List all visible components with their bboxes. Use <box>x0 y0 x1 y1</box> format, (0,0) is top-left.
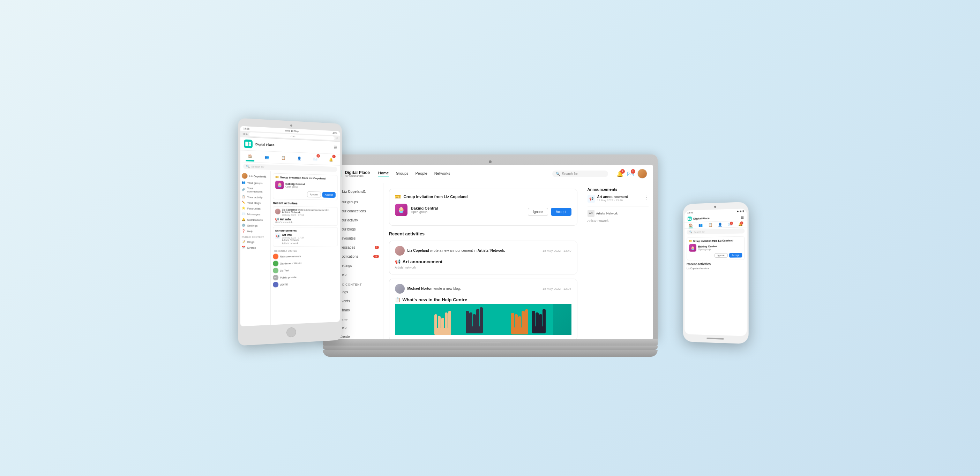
laptop-ann-more-button[interactable]: ⋮ <box>644 195 649 200</box>
tablet-activity-icon: 📋 <box>242 195 245 198</box>
phone-signal-icon: ▶ <box>737 209 738 213</box>
tablet-nav-profile[interactable]: 👤 <box>295 154 304 162</box>
laptop-nav-people[interactable]: People <box>415 171 427 176</box>
tablet-activity-avatar <box>275 208 280 214</box>
tablet-content: Liz Copeland1 👥 Your groups 🔗 Your conne… <box>240 170 339 326</box>
laptop-activity-2-time: 18 May 2022 - 12:06 <box>542 287 571 290</box>
phone-nav-groups[interactable]: 👥 <box>698 223 702 227</box>
tablet-visited-public-icon: PP <box>273 274 278 280</box>
laptop-nav-networks[interactable]: Networks <box>434 171 450 176</box>
tablet-nav-activity[interactable]: 📋 <box>279 153 287 162</box>
laptop-screen-outer: Digital Place For Communities Home Group… <box>323 154 658 339</box>
laptop-announcement-1: 📢 Art announcement 18 May 2022 - 13:40 ⋮ <box>587 195 649 206</box>
tablet-notif-badge: ! <box>332 154 335 158</box>
laptop-nav-home[interactable]: Home <box>378 171 389 176</box>
phone-nav-notifications[interactable]: 🔔 ! <box>738 222 742 226</box>
laptop-groups-label: Your groups <box>339 200 358 204</box>
tablet-settings-label: Settings <box>247 224 258 227</box>
tablet-ann-network-label: Artists' network <box>282 242 336 244</box>
tablet-accept-button[interactable]: Accept <box>322 192 336 197</box>
tablet-group-info: 🧁 Baking Central Open group <box>275 180 336 190</box>
phone-menu-icon[interactable]: ☰ <box>741 215 744 219</box>
laptop-notif-badge-sidebar: 19 <box>373 255 379 258</box>
svg-rect-3 <box>248 144 251 146</box>
tablet-visited-public-label: Public private <box>280 276 296 279</box>
tablet-username: Liz Copeland1 <box>249 175 266 178</box>
svg-rect-0 <box>244 139 253 148</box>
phone-search[interactable]: 🔍 Search for <box>687 228 745 234</box>
laptop-nav-groups[interactable]: Groups <box>396 171 408 176</box>
tablet-sidebar-favourites[interactable]: ⭐ Favourites <box>240 205 270 211</box>
laptop-stand <box>323 350 658 357</box>
tablet-sidebar-pub-blogs[interactable]: 📝 Blogs <box>240 239 270 245</box>
phone-activity-text: Liz Copeland wrote a <box>687 267 745 269</box>
phone-invitation-card: 🎫 Group invitation from Liz Copeland 🧁 B… <box>687 236 745 260</box>
laptop-username: Liz Copeland1 <box>342 190 366 194</box>
laptop-activity-1: Liz Copeland wrote a new announcement in… <box>389 241 578 274</box>
tablet-help-icon: ❓ <box>242 229 245 233</box>
laptop-accept-button[interactable]: Accept <box>551 208 571 216</box>
tablet-sidebar-groups[interactable]: 👥 Your groups <box>240 179 270 186</box>
laptop-ann-info: Art announcement 18 May 2022 - 13:40 <box>597 195 642 202</box>
tablet-visited-gardeners[interactable]: Gardeners' World <box>273 259 338 267</box>
laptop-user-avatar[interactable] <box>637 169 647 179</box>
tablet-nav-groups[interactable]: 👥 <box>262 152 271 161</box>
tablet-sidebar-blogs[interactable]: ✏️ Your blogs <box>240 200 270 206</box>
tablet-nav-messages[interactable]: ✉️ 2 <box>311 154 319 163</box>
laptop-app-header: Digital Place For Communities Home Group… <box>328 165 653 183</box>
tablet-visited-udite[interactable]: UDiTE <box>273 279 338 288</box>
laptop-activity-1-time: 18 May 2022 - 13:40 <box>542 249 571 252</box>
laptop-activity-1-network: Artists' network <box>395 266 571 269</box>
laptop-artists-network-label: Artists' network <box>587 219 649 222</box>
svg-rect-2 <box>248 141 251 143</box>
tablet-sidebar-help[interactable]: ❓ Help <box>240 228 270 234</box>
laptop-logo-sub: For Communities <box>345 175 370 177</box>
phone-nav-home[interactable]: 🏠 <box>689 223 693 227</box>
laptop-group-details: Baking Central Open group <box>411 206 438 214</box>
tablet-messages-badge: 2 <box>317 154 320 157</box>
laptop-base <box>323 339 658 346</box>
tablet-user-item[interactable]: Liz Copeland1 <box>240 171 270 180</box>
laptop-message-icon[interactable]: ✉️ 2 <box>627 171 634 177</box>
laptop-ignore-button[interactable]: Ignore <box>528 208 548 216</box>
tablet-blogs-icon: ✏️ <box>242 200 245 204</box>
phone-invitation-title: 🎫 Group invitation from Liz Copeland <box>689 238 742 242</box>
tablet-sidebar-activity[interactable]: 📋 Your activity <box>240 194 270 200</box>
phone-home-indicator <box>706 338 724 340</box>
phone-logo-icon <box>687 216 692 221</box>
laptop-activity-2-text: Michael Norton wrote a new blog. <box>407 287 461 290</box>
phone-nav-profile[interactable]: 👤 <box>718 222 722 226</box>
laptop-recent-title: Recent activities <box>389 231 578 236</box>
tablet-sidebar-connections[interactable]: 🔗 Your connections <box>240 185 270 194</box>
phone-nav-messages[interactable]: ✉️ 2 <box>728 222 732 226</box>
tablet-sidebar-events[interactable]: 📅 Events <box>240 244 270 251</box>
tablet-ann-icon: 📢 <box>275 233 280 239</box>
phone-invitation-icon: 🎫 <box>689 240 692 242</box>
laptop-header-icons: 🔔 2 ✉️ 2 <box>616 169 647 179</box>
tablet-recently-visited-title: Recently visited <box>273 247 338 253</box>
tablet-sidebar: Liz Copeland1 👥 Your groups 🔗 Your conne… <box>240 170 270 326</box>
laptop-hinge <box>323 346 658 350</box>
tablet-nav-home[interactable]: 🏠 <box>246 152 255 160</box>
tablet-nav-notifications[interactable]: 🔔 ! <box>326 155 334 163</box>
laptop-ann-network-name: Artists' Network <box>596 212 618 215</box>
laptop-logo-main: Digital Place <box>345 171 370 175</box>
phone-accept-button[interactable]: Accept <box>729 253 742 257</box>
tablet-home-button[interactable] <box>240 325 339 340</box>
tablet-visited-rainbow[interactable]: Rainbow network <box>273 252 338 260</box>
phone-ignore-button[interactable]: Ignore <box>714 253 727 257</box>
tablet-notif-label: Notifications <box>247 218 263 221</box>
laptop-search[interactable]: 🔍 Search for <box>552 171 608 177</box>
laptop-notification-bell[interactable]: 🔔 2 <box>616 171 624 177</box>
laptop-nav: Home Groups People Networks <box>378 171 544 176</box>
svg-rect-14 <box>434 328 451 335</box>
tablet-connections-label: Your connections <box>247 187 269 194</box>
tablet-ignore-button[interactable]: Ignore <box>307 191 321 197</box>
tablet-sidebar-notifications[interactable]: 🔔 Notifications <box>240 217 270 222</box>
tablet-ann-network: Artists' Network <box>282 238 336 241</box>
tablet-sidebar-messages[interactable]: ✉️ Messages <box>240 211 270 217</box>
tablet-sidebar-settings[interactable]: ⚙️ Settings <box>240 222 270 228</box>
phone-nav-activity[interactable]: 📋 <box>708 223 712 227</box>
tablet-camera <box>290 124 292 126</box>
tablet-menu-icon[interactable]: ☰ <box>334 145 337 150</box>
